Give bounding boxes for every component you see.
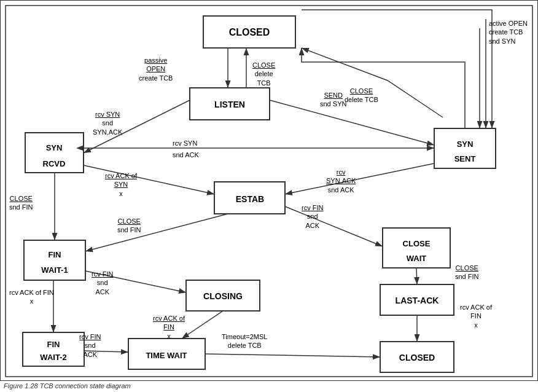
label-rcv-syn-top: rcv SYN <box>173 139 197 147</box>
label-rcv-ack-syn-x: rcv ACK of SYN x <box>105 171 137 198</box>
svg-text:WAIT: WAIT <box>407 254 427 263</box>
svg-text:WAIT-1: WAIT-1 <box>41 265 68 275</box>
label-close-delete-tcb-1: CLOSE delete TCB <box>252 61 275 87</box>
svg-text:TIME WAIT: TIME WAIT <box>146 351 187 360</box>
label-send-snd-syn: SEND snd SYN <box>320 91 346 109</box>
svg-text:WAIT-2: WAIT-2 <box>40 353 66 362</box>
svg-text:CLOSED: CLOSED <box>399 353 435 363</box>
svg-text:CLOSE: CLOSE <box>403 239 431 248</box>
label-rcv-ack-fin-x: rcv ACK of FIN x <box>9 288 54 306</box>
label-rcv-ack-fin-closing: rcv ACK of FIN x <box>153 314 185 340</box>
label-rcv-ack-fin-lastack: rcv ACK of FIN x <box>460 303 492 329</box>
svg-text:SYN: SYN <box>457 139 474 149</box>
label-rcv-synack-snd-ack: rcv SYN,ACK snd ACK <box>326 168 356 194</box>
svg-text:FIN: FIN <box>49 250 61 259</box>
svg-text:SYN: SYN <box>46 143 63 152</box>
svg-text:CLOSED: CLOSED <box>229 27 270 37</box>
label-close-snd-fin-estab: CLOSE snd FIN <box>117 217 141 235</box>
diagram-svg: CLOSED LISTEN SYN RCVD SYN SENT ESTAB FI… <box>1 1 538 381</box>
svg-text:LISTEN: LISTEN <box>214 100 245 109</box>
diagram-container: CLOSED LISTEN SYN RCVD SYN SENT ESTAB FI… <box>0 0 538 381</box>
svg-text:ESTAB: ESTAB <box>236 194 264 204</box>
svg-text:CLOSING: CLOSING <box>203 291 243 301</box>
label-rcv-fin-snd-ack-estab: rcv FIN snd ACK <box>302 203 323 230</box>
label-close-snd-fin-right: CLOSE snd FIN <box>455 264 479 281</box>
label-active-open: active OPEN create TCB snd SYN <box>489 19 528 45</box>
svg-text:SENT: SENT <box>454 154 476 163</box>
label-rcv-syn-snd-synack: rcv SYN snd SYN,ACK <box>93 110 122 136</box>
label-snd-ack: snd ACK <box>173 151 199 159</box>
label-rcv-fin-tw: rcv FIN snd ACK <box>79 332 101 359</box>
label-close-delete-tcb-2: CLOSE delete TCB <box>345 87 378 104</box>
label-passive-open: passive OPEN create TCB <box>139 56 173 82</box>
label-timeout-2msl: Timeout=2MSL delete TCB <box>222 332 268 350</box>
label-close-snd-fin-left: CLOSE snd FIN <box>9 194 33 212</box>
svg-text:RCVD: RCVD <box>43 159 66 168</box>
figure-caption: Figure 1.28 TCB connection state diagram <box>0 381 538 391</box>
label-rcv-fin-closing: rcv FIN snd ACK <box>92 270 113 296</box>
svg-text:FIN: FIN <box>47 340 60 349</box>
svg-text:LAST-ACK: LAST-ACK <box>396 296 439 305</box>
